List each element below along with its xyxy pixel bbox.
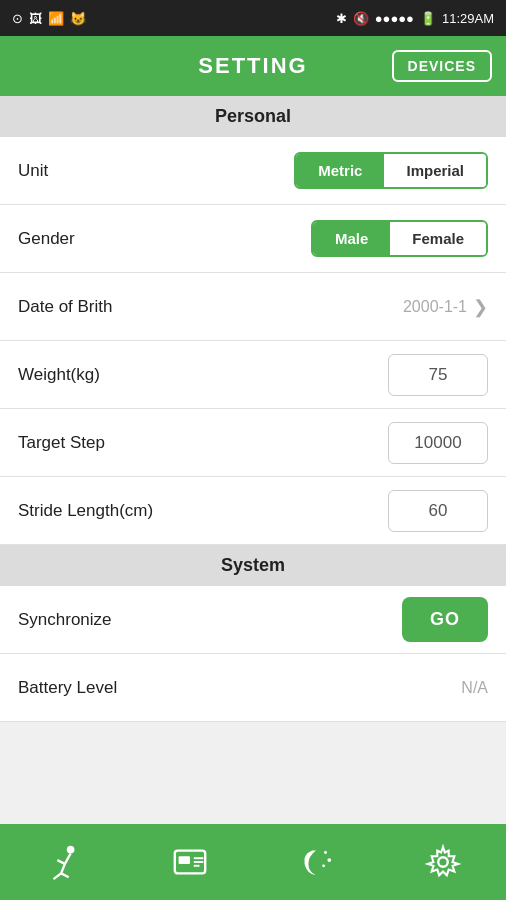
stride-length-row: Stride Length(cm) 60	[0, 477, 506, 545]
target-step-input[interactable]: 10000	[388, 422, 488, 464]
svg-rect-7	[178, 856, 189, 864]
status-bar: ⊙ 🖼 📶 😺 ✱ 🔇 ●●●●● 🔋 11:29AM	[0, 0, 506, 36]
sleep-icon	[294, 840, 338, 884]
svg-line-1	[65, 853, 71, 863]
go-button[interactable]: GO	[402, 597, 488, 642]
personal-settings-list: Unit Metric Imperial Gender Male Female …	[0, 137, 506, 545]
svg-point-12	[328, 858, 332, 862]
nav-item-sleep[interactable]	[294, 840, 338, 884]
dob-row[interactable]: Date of Brith 2000-1-1 ❯	[0, 273, 506, 341]
bottom-nav	[0, 824, 506, 900]
svg-line-4	[54, 873, 62, 879]
gender-male-button[interactable]: Male	[313, 222, 390, 255]
unit-label: Unit	[18, 161, 48, 181]
battery-level-row: Battery Level N/A	[0, 654, 506, 722]
synchronize-label: Synchronize	[18, 610, 112, 630]
unit-imperial-button[interactable]: Imperial	[384, 154, 486, 187]
svg-line-2	[58, 860, 66, 864]
dob-label: Date of Brith	[18, 297, 113, 317]
status-icons: ⊙ 🖼 📶 😺	[12, 11, 86, 26]
activity-icon	[41, 840, 85, 884]
gender-toggle-group: Male Female	[311, 220, 488, 257]
battery-level-label: Battery Level	[18, 678, 117, 698]
image-icon: 🖼	[29, 11, 42, 26]
unit-row: Unit Metric Imperial	[0, 137, 506, 205]
system-settings-list: Synchronize GO Battery Level N/A	[0, 586, 506, 722]
svg-line-5	[61, 873, 69, 877]
gender-row: Gender Male Female	[0, 205, 506, 273]
svg-point-13	[322, 864, 325, 867]
svg-line-3	[61, 864, 65, 874]
volume-icon: 🔇	[353, 11, 369, 26]
personal-section-header: Personal	[0, 96, 506, 137]
cards-icon	[168, 840, 212, 884]
battery-icon: 🔋	[420, 11, 436, 26]
app-icon: ⊙	[12, 11, 23, 26]
battery-level-value: N/A	[461, 679, 488, 697]
stride-length-input[interactable]: 60	[388, 490, 488, 532]
nav-item-activity[interactable]	[41, 840, 85, 884]
svg-point-0	[67, 846, 75, 854]
time-display: 11:29AM	[442, 11, 494, 26]
synchronize-row: Synchronize GO	[0, 586, 506, 654]
wifi-icon: 📶	[48, 11, 64, 26]
devices-button[interactable]: DEVICES	[392, 50, 492, 82]
dob-value: 2000-1-1	[403, 298, 467, 316]
gender-female-button[interactable]: Female	[390, 222, 486, 255]
target-step-row: Target Step 10000	[0, 409, 506, 477]
nav-item-settings[interactable]	[421, 840, 465, 884]
stride-length-label: Stride Length(cm)	[18, 501, 153, 521]
signal-dots: ●●●●●	[375, 11, 414, 26]
header: SETTING DEVICES	[0, 36, 506, 96]
weight-row: Weight(kg) 75	[0, 341, 506, 409]
bluetooth-icon: ✱	[336, 11, 347, 26]
settings-icon	[421, 840, 465, 884]
svg-point-11	[324, 851, 327, 854]
svg-point-14	[438, 857, 448, 867]
face-icon: 😺	[70, 11, 86, 26]
status-right: ✱ 🔇 ●●●●● 🔋 11:29AM	[336, 11, 494, 26]
unit-toggle-group: Metric Imperial	[294, 152, 488, 189]
weight-label: Weight(kg)	[18, 365, 100, 385]
page-title: SETTING	[198, 53, 307, 79]
gender-label: Gender	[18, 229, 75, 249]
system-section-header: System	[0, 545, 506, 586]
target-step-label: Target Step	[18, 433, 105, 453]
chevron-right-icon: ❯	[473, 296, 488, 318]
nav-item-cards[interactable]	[168, 840, 212, 884]
weight-input[interactable]: 75	[388, 354, 488, 396]
unit-metric-button[interactable]: Metric	[296, 154, 384, 187]
dob-value-container[interactable]: 2000-1-1 ❯	[403, 296, 488, 318]
